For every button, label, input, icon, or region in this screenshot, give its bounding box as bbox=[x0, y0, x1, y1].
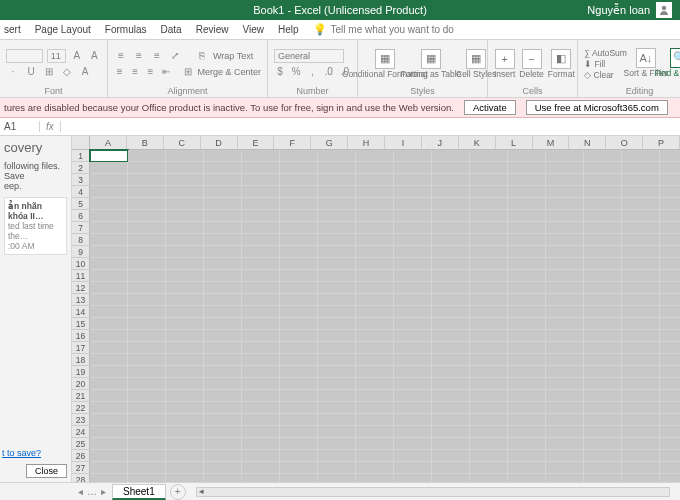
cell[interactable] bbox=[470, 174, 508, 186]
row-header[interactable]: 20 bbox=[72, 378, 90, 390]
cell[interactable] bbox=[242, 366, 280, 378]
activate-button[interactable]: Activate bbox=[464, 100, 516, 115]
cell[interactable] bbox=[90, 330, 128, 342]
cell[interactable] bbox=[356, 330, 394, 342]
column-header[interactable]: G bbox=[311, 136, 348, 149]
row-header[interactable]: 10 bbox=[72, 258, 90, 270]
cell[interactable] bbox=[622, 246, 660, 258]
name-box[interactable]: A1 bbox=[0, 121, 40, 132]
font-name-select[interactable] bbox=[6, 49, 43, 63]
cell[interactable] bbox=[318, 150, 356, 162]
cell[interactable] bbox=[584, 354, 622, 366]
cell[interactable] bbox=[318, 330, 356, 342]
cell[interactable] bbox=[394, 378, 432, 390]
cell[interactable] bbox=[660, 414, 680, 426]
sheet-nav[interactable]: ◂…▸ bbox=[72, 486, 112, 497]
user-area[interactable]: Nguyễn loan bbox=[587, 2, 672, 18]
row-header[interactable]: 27 bbox=[72, 462, 90, 474]
underline-icon[interactable]: U bbox=[24, 65, 38, 79]
cell[interactable] bbox=[280, 414, 318, 426]
recovery-close-button[interactable]: Close bbox=[26, 464, 67, 478]
cell[interactable] bbox=[546, 438, 584, 450]
row-header[interactable]: 18 bbox=[72, 354, 90, 366]
cell[interactable] bbox=[318, 258, 356, 270]
cell[interactable] bbox=[166, 234, 204, 246]
column-header[interactable]: M bbox=[533, 136, 570, 149]
cell[interactable] bbox=[622, 162, 660, 174]
cell[interactable] bbox=[508, 378, 546, 390]
cell[interactable] bbox=[584, 270, 622, 282]
cell[interactable] bbox=[204, 246, 242, 258]
cell[interactable] bbox=[432, 234, 470, 246]
cell[interactable] bbox=[242, 378, 280, 390]
tell-me[interactable]: 💡Tell me what you want to do bbox=[313, 23, 454, 36]
cell[interactable] bbox=[470, 294, 508, 306]
cell[interactable] bbox=[432, 150, 470, 162]
cell[interactable] bbox=[90, 210, 128, 222]
cell[interactable] bbox=[204, 270, 242, 282]
cell[interactable] bbox=[546, 474, 584, 482]
cell[interactable] bbox=[660, 294, 680, 306]
cell[interactable] bbox=[166, 246, 204, 258]
cell[interactable] bbox=[90, 258, 128, 270]
cell[interactable] bbox=[318, 318, 356, 330]
column-header[interactable]: I bbox=[385, 136, 422, 149]
cell[interactable] bbox=[660, 222, 680, 234]
cell[interactable] bbox=[470, 234, 508, 246]
cell[interactable] bbox=[394, 438, 432, 450]
cell[interactable] bbox=[128, 318, 166, 330]
tab-help[interactable]: Help bbox=[278, 24, 299, 35]
cell[interactable] bbox=[242, 318, 280, 330]
cell[interactable] bbox=[622, 462, 660, 474]
cell[interactable] bbox=[128, 402, 166, 414]
cell[interactable] bbox=[660, 306, 680, 318]
cell[interactable] bbox=[204, 426, 242, 438]
cell[interactable] bbox=[432, 366, 470, 378]
row-header[interactable]: 12 bbox=[72, 282, 90, 294]
cell[interactable] bbox=[90, 174, 128, 186]
cell[interactable] bbox=[242, 438, 280, 450]
cell[interactable] bbox=[128, 342, 166, 354]
cell[interactable] bbox=[584, 246, 622, 258]
cell[interactable] bbox=[280, 402, 318, 414]
cell[interactable] bbox=[584, 294, 622, 306]
cell[interactable] bbox=[508, 402, 546, 414]
cell[interactable] bbox=[242, 162, 280, 174]
cell[interactable] bbox=[432, 306, 470, 318]
cell[interactable] bbox=[280, 258, 318, 270]
cell[interactable] bbox=[394, 162, 432, 174]
cell[interactable] bbox=[470, 402, 508, 414]
cell[interactable] bbox=[128, 462, 166, 474]
cell[interactable] bbox=[660, 426, 680, 438]
cell[interactable] bbox=[622, 318, 660, 330]
cell[interactable] bbox=[242, 186, 280, 198]
cell[interactable] bbox=[318, 462, 356, 474]
cell[interactable] bbox=[660, 390, 680, 402]
cell[interactable] bbox=[432, 282, 470, 294]
cell[interactable] bbox=[660, 402, 680, 414]
cell[interactable] bbox=[394, 198, 432, 210]
cell[interactable] bbox=[394, 342, 432, 354]
cell[interactable] bbox=[242, 246, 280, 258]
cell[interactable] bbox=[394, 366, 432, 378]
cell[interactable] bbox=[584, 210, 622, 222]
column-header[interactable]: A bbox=[90, 136, 127, 149]
cell[interactable] bbox=[280, 234, 318, 246]
cell[interactable] bbox=[432, 246, 470, 258]
wrap-text-icon[interactable]: ⎘ bbox=[195, 49, 209, 63]
cell[interactable] bbox=[470, 354, 508, 366]
cell[interactable] bbox=[622, 390, 660, 402]
cell[interactable] bbox=[242, 210, 280, 222]
cell[interactable] bbox=[546, 402, 584, 414]
cell[interactable] bbox=[622, 354, 660, 366]
cell[interactable] bbox=[318, 342, 356, 354]
cell[interactable] bbox=[356, 198, 394, 210]
cell[interactable] bbox=[280, 198, 318, 210]
cell[interactable] bbox=[90, 150, 128, 162]
cell[interactable] bbox=[242, 234, 280, 246]
cell[interactable] bbox=[394, 354, 432, 366]
cell[interactable] bbox=[432, 414, 470, 426]
cell[interactable] bbox=[394, 390, 432, 402]
cell[interactable] bbox=[508, 474, 546, 482]
align-bottom-icon[interactable]: ≡ bbox=[150, 49, 164, 63]
